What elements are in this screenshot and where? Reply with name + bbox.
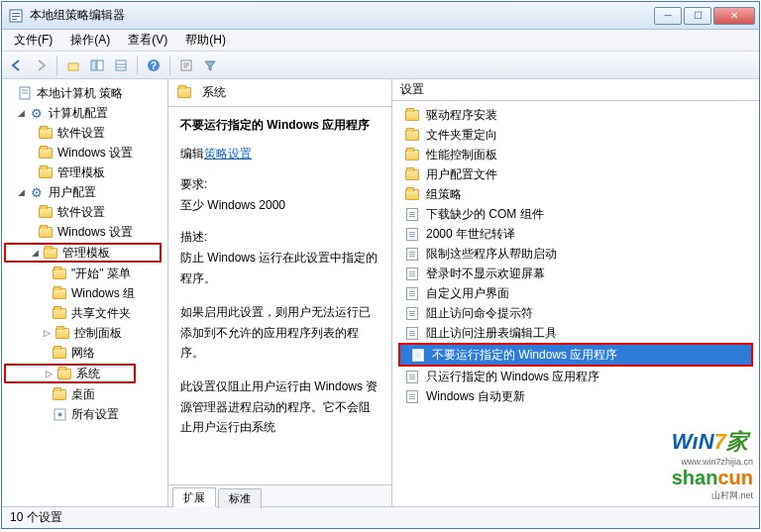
requirements-text: 至少 Windows 2000 [180, 195, 380, 215]
settings-item[interactable]: 用户配置文件 [394, 164, 757, 184]
console-tree-button[interactable] [86, 54, 108, 76]
tree-shared-folders[interactable]: 共享文件夹 [4, 303, 165, 323]
description-p3: 此设置仅阻止用户运行由 Windows 资源管理器进程启动的程序。它不会阻止用户… [180, 376, 380, 437]
folder-icon [404, 187, 420, 201]
settings-item[interactable]: 文件夹重定向 [394, 125, 757, 145]
right-header-label: 设置 [400, 81, 424, 98]
middle-pane: 系统 不要运行指定的 Windows 应用程序 编辑策略设置 要求: 至少 Wi… [168, 79, 392, 506]
tree-uc-admin[interactable]: ◢ 管理模板 [4, 243, 162, 263]
settings-item[interactable]: 限制这些程序从帮助启动 [394, 244, 757, 264]
close-button[interactable]: ✕ [713, 7, 755, 25]
settings-item[interactable]: 自定义用户界面 [394, 283, 757, 303]
tree-pane[interactable]: 本地计算机 策略 ◢ ⚙ 计算机配置 软件设置 Windows 设置 管理模板 … [2, 79, 168, 506]
settings-item-label: 2000 年世纪转译 [426, 226, 515, 243]
settings-item[interactable]: 2000 年世纪转译 [394, 224, 757, 244]
settings-item[interactable]: 不要运行指定的 Windows 应用程序 [400, 345, 751, 365]
tree-label: 软件设置 [57, 204, 105, 221]
tree-uc-windows[interactable]: Windows 设置 [4, 222, 165, 242]
tree-all-settings[interactable]: 所有设置 [4, 404, 165, 424]
settings-item[interactable]: 登录时不显示欢迎屏幕 [394, 264, 757, 283]
expand-icon[interactable]: ▷ [42, 328, 53, 339]
tree-root[interactable]: 本地计算机 策略 [4, 83, 165, 103]
tree-computer-config[interactable]: ◢ ⚙ 计算机配置 [4, 103, 165, 123]
folder-icon [52, 286, 67, 300]
collapse-icon[interactable]: ◢ [16, 187, 27, 198]
tree-label: 网络 [71, 345, 95, 362]
details-button[interactable] [110, 54, 132, 76]
edit-policy-row: 编辑策略设置 [180, 146, 380, 162]
right-header[interactable]: 设置 [392, 79, 759, 101]
folder-icon [404, 108, 420, 122]
menu-file[interactable]: 文件(F) [6, 30, 60, 51]
filter-button[interactable] [199, 54, 221, 76]
tree-user-config[interactable]: ◢ ⚙ 用户配置 [4, 182, 165, 202]
settings-item[interactable]: 阻止访问命令提示符 [394, 303, 757, 323]
tree-uc-software[interactable]: 软件设置 [4, 202, 165, 222]
tree-start-menu[interactable]: "开始" 菜单 [4, 264, 165, 283]
folder-icon [404, 148, 420, 161]
folder-icon [38, 225, 54, 239]
policy-doc-icon [404, 389, 420, 403]
settings-item[interactable]: 阻止访问注册表编辑工具 [394, 323, 757, 343]
folder-icon [56, 367, 72, 380]
settings-item[interactable]: 下载缺少的 COM 组件 [394, 204, 757, 224]
titlebar: 本地组策略编辑器 ─ ☐ ✕ [2, 2, 759, 30]
toolbar-separator [56, 55, 57, 75]
settings-item-label: 自定义用户界面 [426, 285, 509, 302]
window-title: 本地组策略编辑器 [30, 7, 654, 24]
tree-label: 控制面板 [74, 325, 122, 342]
policy-doc-icon [404, 227, 420, 241]
collapse-icon[interactable]: ◢ [16, 108, 27, 119]
menubar: 文件(F) 操作(A) 查看(V) 帮助(H) [2, 30, 759, 52]
settings-item[interactable]: 性能控制面板 [394, 145, 757, 164]
tree-cc-software[interactable]: 软件设置 [4, 123, 165, 143]
tree-cc-admin[interactable]: 管理模板 [4, 162, 165, 182]
tree-label: 共享文件夹 [71, 305, 131, 322]
highlighted-setting: 不要运行指定的 Windows 应用程序 [398, 343, 753, 367]
edit-policy-link[interactable]: 策略设置 [204, 147, 252, 160]
folder-icon [52, 346, 67, 360]
folder-icon [38, 146, 54, 160]
middle-title: 系统 [202, 84, 226, 101]
back-button[interactable] [6, 54, 28, 76]
tab-extended[interactable]: 扩展 [172, 487, 216, 507]
settings-item[interactable]: Windows 自动更新 [394, 386, 757, 406]
tree-control-panel[interactable]: ▷ 控制面板 [4, 323, 165, 343]
policy-doc-icon [410, 348, 426, 362]
expand-icon[interactable]: ▷ [44, 369, 54, 379]
menu-view[interactable]: 查看(V) [120, 30, 175, 51]
tree-cc-windows[interactable]: Windows 设置 [4, 143, 165, 162]
expand-icon[interactable] [4, 88, 15, 99]
settings-item-label: 驱动程序安装 [426, 107, 497, 124]
up-button[interactable] [62, 54, 84, 76]
tab-standard[interactable]: 标准 [218, 488, 262, 508]
middle-content: 不要运行指定的 Windows 应用程序 编辑策略设置 要求: 至少 Windo… [168, 107, 391, 484]
settings-item-label: 登录时不显示欢迎屏幕 [426, 266, 545, 282]
tree-label: 系统 [76, 366, 100, 382]
forward-button[interactable] [30, 54, 52, 76]
folder-icon [54, 326, 70, 340]
menu-help[interactable]: 帮助(H) [177, 30, 234, 51]
tree-windows-comp[interactable]: Windows 组 [4, 283, 165, 303]
tree-system[interactable]: ▷ 系统 [4, 364, 136, 383]
settings-item-label: 只运行指定的 Windows 应用程序 [426, 369, 599, 385]
menu-action[interactable]: 操作(A) [62, 30, 118, 51]
help-button[interactable]: ? [143, 54, 164, 76]
requirements-label: 要求: [180, 176, 380, 193]
svg-text:?: ? [151, 60, 157, 71]
settings-list[interactable]: 驱动程序安装文件夹重定向性能控制面板用户配置文件组策略下载缺少的 COM 组件2… [392, 101, 759, 506]
minimize-button[interactable]: ─ [654, 7, 682, 25]
policy-doc-icon [404, 306, 420, 320]
tree-network[interactable]: 网络 [4, 343, 165, 363]
folder-icon [38, 126, 54, 140]
folder-icon [404, 128, 420, 142]
folder-icon [38, 165, 54, 179]
properties-button[interactable] [175, 54, 197, 76]
settings-item[interactable]: 只运行指定的 Windows 应用程序 [394, 367, 757, 386]
maximize-button[interactable]: ☐ [684, 7, 711, 25]
settings-item[interactable]: 组策略 [394, 184, 757, 204]
tree-desktop[interactable]: 桌面 [4, 384, 165, 404]
collapse-icon[interactable]: ◢ [30, 248, 41, 259]
settings-item[interactable]: 驱动程序安装 [394, 105, 757, 125]
folder-icon [38, 205, 54, 219]
